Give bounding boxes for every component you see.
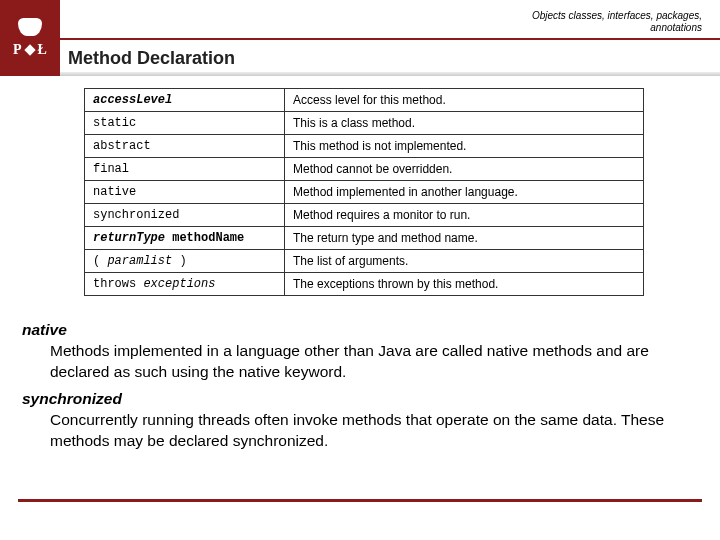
- breadcrumb: Objects classes, interfaces, packages, a…: [532, 10, 702, 34]
- table-row: throws exceptionsThe exceptions thrown b…: [85, 273, 644, 296]
- term-native: native: [22, 320, 698, 341]
- footer-rule: [18, 499, 702, 502]
- table-key: accessLevel: [85, 89, 285, 112]
- table-row: staticThis is a class method.: [85, 112, 644, 135]
- table-desc: This is a class method.: [285, 112, 644, 135]
- table-desc: Method implemented in another language.: [285, 181, 644, 204]
- table-row: abstractThis method is not implemented.: [85, 135, 644, 158]
- table-desc: This method is not implemented.: [285, 135, 644, 158]
- table-key: returnType methodName: [85, 227, 285, 250]
- table-desc: The return type and method name.: [285, 227, 644, 250]
- institution-logo: P Ł: [0, 0, 60, 76]
- body-text: native Methods implemented in a language…: [22, 320, 698, 452]
- table-row: synchronizedMethod requires a monitor to…: [85, 204, 644, 227]
- breadcrumb-line1: Objects classes, interfaces, packages,: [532, 10, 702, 22]
- table-key: abstract: [85, 135, 285, 158]
- table-key: final: [85, 158, 285, 181]
- header-rule: [60, 38, 720, 40]
- table-row: ( paramlist )The list of arguments.: [85, 250, 644, 273]
- logo-letter-right: Ł: [38, 42, 47, 58]
- breadcrumb-line2: annotations: [532, 22, 702, 34]
- table-key: native: [85, 181, 285, 204]
- title-underbar: [60, 72, 720, 76]
- logo-letter-left: P: [13, 42, 22, 58]
- table-key: throws exceptions: [85, 273, 285, 296]
- logo-letters: P Ł: [13, 42, 47, 58]
- table-key: ( paramlist ): [85, 250, 285, 273]
- table-desc: The list of arguments.: [285, 250, 644, 273]
- table-desc: The exceptions thrown by this method.: [285, 273, 644, 296]
- table-key: static: [85, 112, 285, 135]
- table-row: finalMethod cannot be overridden.: [85, 158, 644, 181]
- def-native: Methods implemented in a language other …: [50, 341, 698, 383]
- table-desc: Method cannot be overridden.: [285, 158, 644, 181]
- term-synchronized: synchronized: [22, 389, 698, 410]
- table-row: nativeMethod implemented in another lang…: [85, 181, 644, 204]
- table-key: synchronized: [85, 204, 285, 227]
- page-title: Method Declaration: [68, 48, 235, 69]
- logo-emblem: [18, 18, 42, 36]
- def-synchronized: Concurrently running threads often invok…: [50, 410, 698, 452]
- table-desc: Method requires a monitor to run.: [285, 204, 644, 227]
- method-declaration-table: accessLevelAccess level for this method.…: [84, 88, 644, 296]
- table-row: accessLevelAccess level for this method.: [85, 89, 644, 112]
- slide-header: P Ł Objects classes, interfaces, package…: [0, 0, 720, 76]
- table-row: returnType methodNameThe return type and…: [85, 227, 644, 250]
- table-desc: Access level for this method.: [285, 89, 644, 112]
- logo-diamond-icon: [24, 44, 35, 55]
